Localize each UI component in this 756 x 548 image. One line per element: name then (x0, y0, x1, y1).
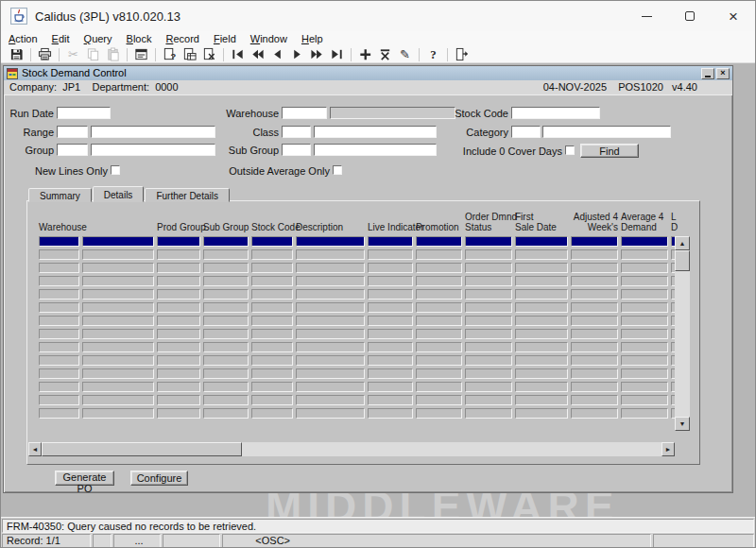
menu-action[interactable]: Action (9, 33, 38, 44)
table-cell[interactable] (251, 276, 293, 286)
table-cell[interactable] (465, 302, 512, 313)
table-cell[interactable] (416, 408, 462, 419)
table-cell[interactable] (621, 382, 668, 392)
table-cell[interactable] (157, 236, 200, 247)
table-cell[interactable] (368, 316, 413, 326)
table-cell[interactable] (296, 368, 365, 379)
table-cell[interactable] (82, 355, 154, 366)
toolbar-help-button[interactable]: ? (423, 46, 443, 62)
category-description-input[interactable] (542, 126, 671, 138)
warehouse-code-input[interactable] (282, 107, 327, 119)
table-cell[interactable] (296, 302, 365, 313)
table-cell[interactable] (203, 302, 249, 313)
table-cell[interactable] (203, 289, 249, 300)
table-cell[interactable] (416, 263, 462, 273)
table-cell[interactable] (368, 302, 413, 313)
scroll-up-button[interactable]: ▲ (675, 236, 690, 250)
table-cell[interactable] (571, 408, 618, 419)
menu-block[interactable]: Block (127, 33, 152, 44)
table-cell[interactable] (571, 276, 618, 286)
table-cell[interactable] (296, 329, 365, 339)
toolbar-lock-record-button[interactable]: ✎ (395, 46, 415, 62)
table-cell[interactable] (203, 395, 249, 405)
table-cell[interactable] (157, 263, 200, 273)
table-cell[interactable] (39, 236, 79, 247)
table-cell[interactable] (251, 316, 293, 326)
table-cell[interactable] (416, 342, 462, 352)
table-cell[interactable] (82, 263, 154, 273)
table-cell[interactable] (416, 368, 462, 379)
minimize-button[interactable] (625, 1, 668, 31)
table-cell[interactable] (571, 395, 618, 405)
table-cell[interactable] (157, 289, 200, 300)
category-code-input[interactable] (511, 126, 541, 138)
scroll-down-button[interactable]: ▼ (675, 417, 690, 431)
table-cell[interactable] (465, 263, 512, 273)
table-cell[interactable] (416, 395, 462, 405)
table-cell[interactable] (203, 236, 249, 247)
table-cell[interactable] (39, 329, 79, 339)
table-cell[interactable] (251, 236, 293, 247)
table-cell[interactable] (251, 395, 293, 405)
table-cell[interactable] (39, 382, 79, 392)
toolbar-last-record-button[interactable] (327, 46, 347, 62)
table-cell[interactable] (621, 316, 668, 326)
table-cell[interactable] (515, 368, 568, 379)
table-cell[interactable] (39, 289, 79, 300)
table-cell[interactable] (465, 276, 512, 286)
generate-po-button[interactable]: Generate PO (55, 471, 114, 486)
table-cell[interactable] (39, 368, 79, 379)
table-cell[interactable] (621, 249, 668, 260)
table-cell[interactable] (203, 408, 249, 419)
table-cell[interactable] (203, 263, 249, 273)
table-cell[interactable] (368, 368, 413, 379)
table-cell[interactable] (465, 316, 512, 326)
table-cell[interactable] (368, 342, 413, 352)
table-cell[interactable] (571, 316, 618, 326)
table-cell[interactable] (621, 276, 668, 286)
table-cell[interactable] (571, 329, 618, 339)
find-button[interactable]: Find (580, 144, 639, 158)
table-cell[interactable] (621, 408, 668, 419)
table-cell[interactable] (296, 408, 365, 419)
table-cell[interactable] (157, 329, 200, 339)
table-cell[interactable] (571, 263, 618, 273)
table-cell[interactable] (157, 355, 200, 366)
table-cell[interactable] (621, 236, 668, 247)
menu-window[interactable]: Window (250, 33, 287, 44)
toolbar-exit-button[interactable] (452, 46, 472, 62)
table-cell[interactable] (82, 276, 154, 286)
table-cell[interactable] (515, 382, 568, 392)
toolbar-execute-query-button[interactable] (180, 46, 199, 62)
table-cell[interactable] (515, 316, 568, 326)
table-cell[interactable] (203, 316, 249, 326)
table-cell[interactable] (157, 395, 200, 405)
group-code-input[interactable] (57, 144, 88, 156)
table-cell[interactable] (465, 355, 512, 366)
table-cell[interactable] (368, 382, 413, 392)
table-cell[interactable] (39, 276, 79, 286)
table-cell[interactable] (515, 329, 568, 339)
table-cell[interactable] (82, 316, 154, 326)
table-cell[interactable] (82, 236, 154, 247)
scroll-right-button[interactable]: ► (662, 442, 675, 456)
table-cell[interactable] (251, 329, 293, 339)
table-cell[interactable] (39, 249, 79, 260)
table-cell[interactable] (465, 236, 512, 247)
configure-button[interactable]: Configure (130, 471, 188, 486)
table-cell[interactable] (416, 316, 462, 326)
table-cell[interactable] (515, 236, 568, 247)
table-cell[interactable] (157, 342, 200, 352)
form-minimize-button[interactable] (701, 68, 714, 79)
table-cell[interactable] (368, 249, 413, 260)
table-cell[interactable] (465, 368, 512, 379)
toolbar-cancel-query-button[interactable] (199, 46, 219, 62)
table-cell[interactable] (251, 382, 293, 392)
table-cell[interactable] (515, 355, 568, 366)
table-cell[interactable] (251, 289, 293, 300)
table-cell[interactable] (296, 382, 365, 392)
table-cell[interactable] (82, 329, 154, 339)
table-cell[interactable] (621, 289, 668, 300)
table-cell[interactable] (39, 316, 79, 326)
maximize-button[interactable] (668, 1, 712, 31)
